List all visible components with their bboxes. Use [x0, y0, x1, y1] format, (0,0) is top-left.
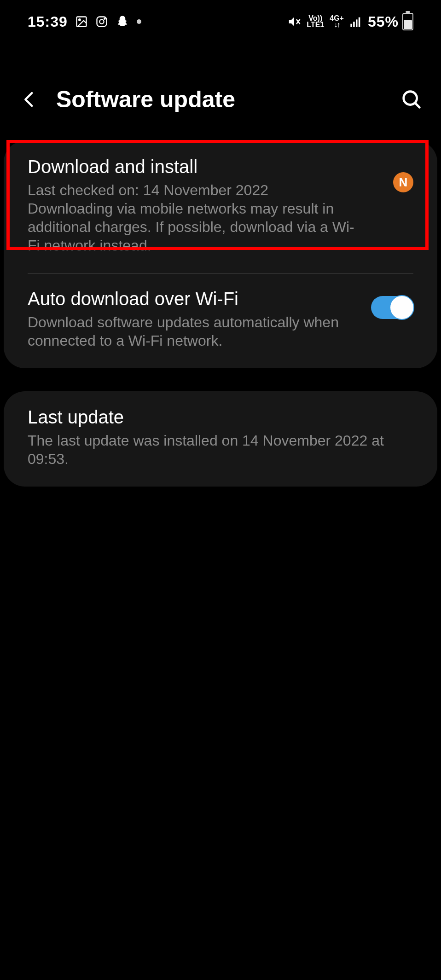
status-bar: 15:39 — [0, 0, 441, 40]
volte-indicator: Vo)) LTE1 — [307, 15, 324, 29]
instagram-icon — [95, 15, 108, 28]
auto-download-title: Auto download over Wi-Fi — [28, 289, 360, 309]
chevron-left-icon — [20, 90, 39, 109]
download-install-title: Download and install — [28, 157, 360, 177]
page-header: Software update — [0, 40, 441, 141]
svg-line-10 — [415, 103, 420, 108]
last-update-item[interactable]: Last update The last update was installe… — [4, 391, 437, 487]
download-install-item[interactable]: Download and install Last checked on: 14… — [4, 141, 437, 273]
download-install-desc: Last checked on: 14 November 2022 Downlo… — [28, 181, 360, 255]
settings-group-2: Last update The last update was installe… — [4, 391, 437, 487]
photos-icon — [75, 15, 88, 28]
svg-rect-7 — [356, 19, 358, 27]
battery-icon — [402, 13, 413, 30]
search-button[interactable] — [398, 86, 425, 113]
auto-download-item[interactable]: Auto download over Wi-Fi Download softwa… — [4, 273, 437, 368]
page-title: Software update — [56, 86, 385, 113]
network-type-indicator: 4G+ ↓↑ — [330, 15, 344, 29]
status-time: 15:39 — [28, 13, 68, 30]
back-button[interactable] — [16, 86, 43, 113]
settings-group-1: Download and install Last checked on: 14… — [4, 141, 437, 368]
svg-rect-6 — [353, 22, 355, 27]
svg-point-4 — [104, 18, 105, 19]
svg-rect-5 — [350, 24, 352, 27]
svg-point-1 — [79, 19, 81, 21]
snapchat-icon — [116, 15, 129, 29]
auto-download-desc: Download software updates automatically … — [28, 313, 360, 350]
signal-icon — [349, 15, 362, 28]
last-update-desc: The last update was installed on 14 Nove… — [28, 431, 405, 468]
search-icon — [401, 89, 422, 110]
svg-point-3 — [99, 19, 104, 23]
notification-badge: N — [393, 172, 413, 192]
mute-icon — [287, 15, 301, 29]
battery-percent: 55% — [368, 13, 399, 30]
more-indicator-icon — [137, 19, 141, 24]
svg-rect-8 — [359, 17, 360, 27]
auto-download-toggle[interactable] — [371, 296, 413, 319]
last-update-title: Last update — [28, 407, 413, 428]
